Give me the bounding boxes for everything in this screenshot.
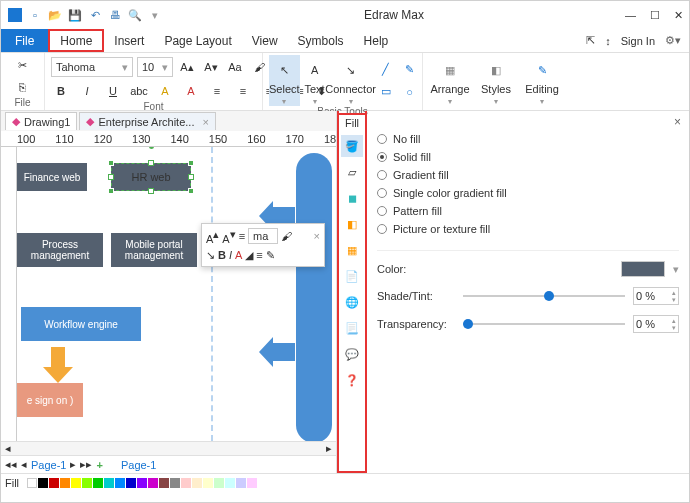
bold-button[interactable]: B [51,81,71,101]
preview-icon[interactable]: 🔍 [127,7,143,23]
mini-format-painter-icon[interactable]: 🖌 [281,230,292,242]
mini-line-icon[interactable]: ≡ [256,249,262,261]
mini-shrink-font-icon[interactable]: A▾ [222,228,235,245]
open-icon[interactable]: 📂 [47,7,63,23]
save-icon[interactable]: 💾 [67,7,83,23]
mini-connector-icon[interactable]: ↘ [206,249,215,262]
menu-view[interactable]: View [242,29,288,52]
blue-bar-shape[interactable] [296,153,332,441]
menu-home[interactable]: Home [48,29,104,52]
cut-icon[interactable]: ✂ [13,55,33,75]
font-size-dropdown[interactable]: 10▾ [137,57,173,77]
strike-button[interactable]: abc [129,81,149,101]
radio-pattern-fill[interactable] [377,206,387,216]
panel-close-icon[interactable]: × [674,115,681,129]
theme-icon[interactable]: ◧ [341,213,363,235]
shape-hr-web[interactable]: HR web [111,163,191,191]
underline-button[interactable]: U [103,81,123,101]
page-add-icon[interactable]: + [96,459,102,471]
page-prev-icon[interactable]: ◂ [21,458,27,471]
image-icon[interactable]: ▦ [341,239,363,261]
mini-align-icon[interactable]: ≡ [239,230,245,242]
transparency-spinbox[interactable]: 0 %▴▾ [633,315,679,333]
transparency-slider[interactable] [463,323,625,325]
mini-pencil-icon[interactable]: ✎ [266,249,275,262]
page-icon[interactable]: 📃 [341,317,363,339]
qat-more-icon[interactable]: ▾ [147,7,163,23]
shape-finance-web[interactable]: Finance web [17,163,87,191]
font-color-button[interactable]: A [181,81,201,101]
shape-signon[interactable]: e sign on ) [17,383,83,417]
comment-icon[interactable]: 💬 [341,343,363,365]
settings-icon[interactable]: ⚙▾ [665,34,681,47]
mini-grow-font-icon[interactable]: A▴ [206,228,219,245]
rect-tool-icon[interactable]: ▭ [376,82,396,102]
editing-button[interactable]: ✎Editing▾ [521,55,563,106]
cloud-icon[interactable]: ↕ [605,35,611,47]
mini-close-icon[interactable]: × [314,230,320,242]
menu-file[interactable]: File [1,29,48,52]
menu-help[interactable]: Help [354,29,399,52]
copy-icon[interactable]: ⎘ [13,77,33,97]
mini-italic-button[interactable]: I [229,249,232,261]
line-style-icon[interactable]: ▱ [341,161,363,183]
print-icon[interactable]: 🖶 [107,7,123,23]
connector-tool[interactable]: ↘Connector▾ [330,55,372,106]
globe-icon[interactable]: 🌐 [341,291,363,313]
radio-single-gradient[interactable] [377,188,387,198]
pencil-tool-icon[interactable]: ✎ [400,60,420,80]
styles-button[interactable]: ◧Styles▾ [475,55,517,106]
help-icon[interactable]: ❓ [341,369,363,391]
mini-fill-icon[interactable]: ◢ [245,249,253,262]
mini-bold-button[interactable]: B [218,249,226,261]
mini-font-dropdown[interactable]: ma [248,228,278,244]
select-tool[interactable]: ↖Select▾ [269,55,300,106]
case-icon[interactable]: Aa [225,57,245,77]
mini-font-color-icon[interactable]: A [235,249,242,261]
document-icon[interactable]: 📄 [341,265,363,287]
shadow-icon[interactable]: ◼ [341,187,363,209]
shrink-font-icon[interactable]: A▾ [201,57,221,77]
new-icon[interactable]: ▫ [27,7,43,23]
app-icon[interactable] [7,7,23,23]
mini-toolbar[interactable]: A▴ A▾ ≡ ma 🖌 × ↘ B I A ◢ ≡ ✎ [201,223,325,267]
shape-mobile-portal[interactable]: Mobile portal management [111,233,197,267]
align-left-icon[interactable]: ≡ [207,81,227,101]
tab-enterprise-architecture[interactable]: ◆Enterprise Archite...× [79,112,215,130]
italic-button[interactable]: I [77,81,97,101]
grow-font-icon[interactable]: A▴ [177,57,197,77]
horizontal-scrollbar[interactable]: ◂▸ [1,441,336,455]
orange-arrow-shape[interactable] [43,347,73,377]
text-tool[interactable]: AText▾ [304,55,326,106]
shape-workflow-engine[interactable]: Workflow engine [21,307,141,341]
undo-icon[interactable]: ↶ [87,7,103,23]
shade-slider[interactable] [463,295,625,297]
menu-insert[interactable]: Insert [104,29,154,52]
shape-process-mgmt[interactable]: Process management [17,233,103,267]
canvas[interactable]: Finance web HR web Process management Mo… [1,147,336,441]
radio-no-fill[interactable] [377,134,387,144]
arrange-button[interactable]: ▦Arrange▾ [429,55,471,106]
line-tool-icon[interactable]: ╱ [376,60,396,80]
minimize-button[interactable]: — [625,9,636,21]
page-next-icon[interactable]: ▸ [70,458,76,471]
sign-in-link[interactable]: Sign In [621,35,655,47]
page-tab-1[interactable]: Page-1 [31,459,66,471]
radio-gradient-fill[interactable] [377,170,387,180]
blue-arrow-2[interactable] [259,337,289,367]
radio-solid-fill[interactable] [377,152,387,162]
menu-page-layout[interactable]: Page Layout [154,29,241,52]
fill-bucket-icon[interactable]: 🪣 [341,135,363,157]
maximize-button[interactable]: ☐ [650,9,660,22]
page-last-icon[interactable]: ▸▸ [80,458,92,471]
close-button[interactable]: ✕ [674,9,683,22]
page-tab-1b[interactable]: Page-1 [121,459,156,471]
share-icon[interactable]: ⇱ [586,34,595,47]
circle-tool-icon[interactable]: ○ [400,82,420,102]
menu-symbols[interactable]: Symbols [288,29,354,52]
font-name-dropdown[interactable]: Tahoma▾ [51,57,133,77]
highlight-button[interactable]: A [155,81,175,101]
align-center-icon[interactable]: ≡ [233,81,253,101]
radio-picture-fill[interactable] [377,224,387,234]
tab-drawing1[interactable]: ◆Drawing1 [5,112,77,130]
